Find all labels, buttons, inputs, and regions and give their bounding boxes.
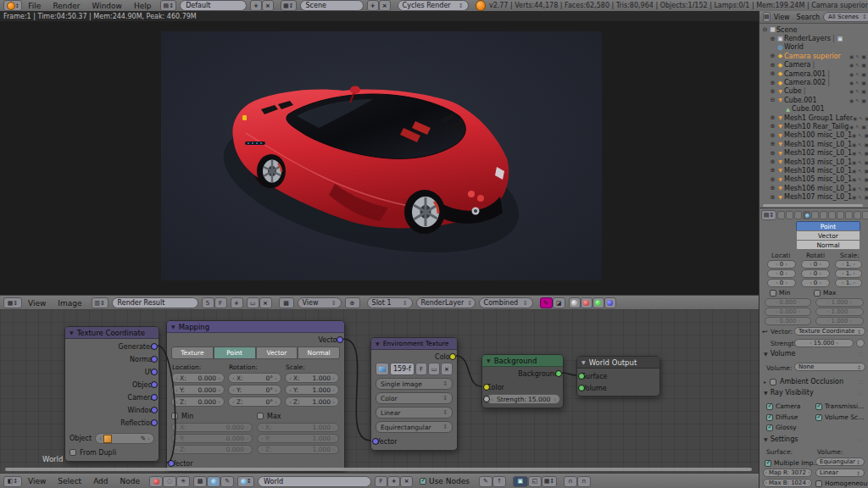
prop-strength-field[interactable]: 15.000 <box>794 339 854 347</box>
node-editor-hscrollbar[interactable] <box>5 468 752 471</box>
selectable-arrow-icon[interactable]: ↖ <box>858 168 862 174</box>
image-menu-image[interactable]: Image <box>52 299 87 308</box>
ray-glossy-checkbox[interactable] <box>766 424 773 431</box>
tab-physics-icon[interactable] <box>862 211 868 219</box>
editor-type-properties-button[interactable]: ▤↕ <box>761 210 776 220</box>
selectable-arrow-icon[interactable]: ↖ <box>855 88 860 94</box>
visibility-eye-icon[interactable]: ◉ <box>852 168 856 174</box>
section-settings[interactable]: Settings:: <box>764 435 864 443</box>
outliner-row-camera-001[interactable]: Camera.001◉↖▣ <box>761 69 868 78</box>
outliner-row-cube-001[interactable]: Cube.001◉↖▣ <box>761 96 868 104</box>
ray-diffuse-checkbox[interactable] <box>766 414 773 421</box>
prop-loc-z[interactable]: 0 <box>767 279 796 287</box>
expand-icon[interactable] <box>769 158 776 165</box>
menu-file[interactable]: File <box>22 2 47 10</box>
outliner-row-renderlayers[interactable]: RenderLayers <box>761 34 868 42</box>
world-datablock-field[interactable]: World <box>258 476 371 487</box>
editor-type-node-button[interactable]: ◧↕ <box>3 476 22 487</box>
visibility-eye-icon[interactable]: ◉ <box>849 53 854 59</box>
visibility-eye-icon[interactable]: ◉ <box>852 141 856 147</box>
outliner-row-mesh107[interactable]: Mesh107 misc_L0_1◉↖▣ <box>761 192 868 201</box>
slot-select[interactable]: Slot 1 <box>367 297 413 308</box>
outliner-filter-select[interactable]: All Scenes <box>823 12 868 22</box>
section-volume[interactable]: Volume:: <box>764 350 864 358</box>
outliner-hscrollbar[interactable] <box>763 204 863 207</box>
scale-z[interactable]: Z:1.000 <box>285 396 339 407</box>
selectable-arrow-icon[interactable]: ↖ <box>858 186 862 191</box>
socket-strength-in[interactable] <box>483 396 490 402</box>
socket-camera[interactable] <box>151 394 158 401</box>
renderable-camera-icon[interactable]: ▣ <box>864 159 868 165</box>
fake-user-button[interactable]: F <box>214 297 227 308</box>
socket-vector-out[interactable] <box>337 336 343 343</box>
ao-checkbox[interactable] <box>770 379 776 385</box>
prop-loc-y[interactable]: 0 <box>767 269 796 278</box>
prop-max-y[interactable]: 1.000 <box>815 308 864 316</box>
expand-icon[interactable] <box>769 194 776 201</box>
expand-icon[interactable] <box>769 141 776 147</box>
node-menu-select[interactable]: Select <box>52 477 87 485</box>
selectable-arrow-icon[interactable]: ↖ <box>858 194 862 200</box>
selectable-arrow-icon[interactable]: ↖ <box>855 53 860 59</box>
paint-mode-icon[interactable]: ✎ <box>540 297 553 308</box>
selectable-arrow-icon[interactable]: ↖ <box>858 141 862 147</box>
visibility-eye-icon[interactable]: ◉ <box>849 80 854 86</box>
render-layer-select[interactable]: RenderLayer <box>416 297 476 308</box>
socket-window[interactable] <box>151 407 158 413</box>
type-button-point[interactable]: Point <box>214 347 256 359</box>
editor-type-image-button[interactable]: ▦↕ <box>3 297 22 308</box>
visibility-eye-icon[interactable]: ◉ <box>852 186 856 191</box>
outliner-menu-view[interactable]: View <box>771 14 793 21</box>
expand-icon[interactable] <box>769 150 776 157</box>
outliner-row-camera-002[interactable]: Camera.002◉↖▣ <box>761 78 868 86</box>
image-slot-count-button[interactable]: 5 <box>202 297 214 308</box>
tab-render-icon[interactable] <box>777 211 785 219</box>
visibility-eye-icon[interactable]: ◉ <box>852 194 856 200</box>
outliner-row-mesh100[interactable]: Mesh100 misc_L0_1◉↖▣ <box>761 131 868 140</box>
visibility-eye-icon[interactable]: ◉ <box>849 71 854 77</box>
node-menu-node[interactable]: Node <box>114 477 147 485</box>
renderable-camera-icon[interactable]: ▣ <box>864 150 868 156</box>
prop-min-z[interactable]: 0.000 <box>765 317 811 325</box>
shader-type-linestyle-icon[interactable]: ✳ <box>176 476 190 487</box>
node-menu-view[interactable]: View <box>22 477 52 485</box>
unlink-image-button[interactable] <box>441 363 453 375</box>
visibility-eye-icon[interactable]: ◉ <box>852 150 856 156</box>
prop-vector-value[interactable]: Texture Coordinate | O… <box>794 327 865 336</box>
ray-camera-checkbox[interactable] <box>766 403 773 410</box>
prop-scale-x[interactable]: 1. <box>835 260 862 269</box>
screen-layout-icon[interactable]: ▤↕ <box>160 0 176 11</box>
prop-min-checkbox[interactable] <box>770 290 776 297</box>
snap-element-icon[interactable]: ∩ <box>577 476 591 487</box>
expand-icon[interactable] <box>769 53 776 59</box>
tab-scene-icon[interactable] <box>794 211 802 219</box>
tab-texture-icon[interactable] <box>854 211 861 219</box>
selectable-arrow-icon[interactable]: ↖ <box>859 115 863 121</box>
tab-object-icon[interactable] <box>811 211 819 219</box>
expand-icon[interactable] <box>761 26 769 33</box>
renderable-camera-icon[interactable]: ▣ <box>864 141 868 147</box>
back-arrow-icon[interactable]: ↩ <box>762 328 767 336</box>
image-datablock-field[interactable]: Render Result <box>112 297 198 308</box>
prop-max-z[interactable]: 1.000 <box>815 317 864 325</box>
selectable-arrow-icon[interactable]: ↖ <box>855 80 860 86</box>
node-mapping[interactable]: Mapping Vector Texture Point Vector Norm… <box>166 320 345 471</box>
selectable-arrow-icon[interactable]: ↖ <box>855 62 860 68</box>
renderable-camera-icon[interactable]: ▣ <box>864 186 868 191</box>
visibility-eye-icon[interactable]: ◉ <box>852 176 856 182</box>
max-z[interactable]: Z:1.000 <box>257 445 339 454</box>
tab-render-layers-icon[interactable] <box>786 211 793 219</box>
socket-reflection[interactable] <box>151 419 158 426</box>
socket-vector-in[interactable] <box>168 460 175 467</box>
min-x[interactable]: X:0.000 <box>171 423 253 432</box>
expand-icon[interactable] <box>769 176 776 183</box>
tab-material-icon[interactable] <box>845 211 853 219</box>
render-pass-select[interactable]: Combined <box>479 297 533 308</box>
menu-help[interactable]: Help <box>128 2 158 10</box>
prop-loc-x[interactable]: 0 <box>767 260 796 269</box>
image-name-field[interactable]: 159-f <box>390 363 415 375</box>
socket-object[interactable] <box>151 381 158 388</box>
outliner-row-world[interactable]: World <box>761 43 868 52</box>
selectable-arrow-icon[interactable]: ↖ <box>855 124 860 130</box>
expand-icon[interactable] <box>769 167 776 174</box>
